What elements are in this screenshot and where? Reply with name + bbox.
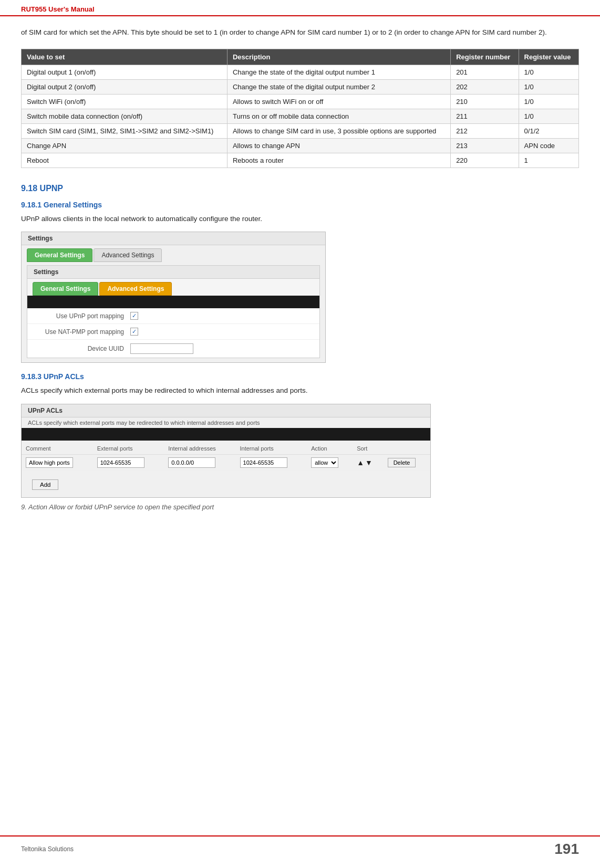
table-cell-4-3: 0/1/2 (519, 123, 578, 138)
nat-label: Use NAT-PMP port mapping (36, 328, 130, 336)
form-row-nat: Use NAT-PMP port mapping ✓ (27, 324, 319, 340)
subsection-9181-heading: 9.18.1 General Settings (21, 201, 579, 209)
manual-title-link[interactable]: RUT955 User's Manual (21, 5, 95, 13)
black-bar-acl (22, 428, 430, 441)
table-cell-3-3: 1/0 (519, 109, 578, 123)
uuid-input[interactable] (130, 343, 193, 354)
subsection-9181-body: UPnP allows clients in the local network… (21, 213, 579, 225)
table-row: allow deny ▲ ▼ Delete (22, 454, 430, 470)
table-cell-3-0: Switch mobile data connection (on/off) (22, 109, 227, 123)
table-cell-5-3: APN code (519, 138, 578, 153)
col-header-register-val: Register value (519, 49, 578, 65)
tab-advanced-inner[interactable]: Advanced Settings (99, 282, 172, 296)
table-cell-1-2: 202 (451, 79, 519, 94)
table-cell-4-0: Switch SIM card (SIM1, SIM2, SIM1->SIM2 … (22, 123, 227, 138)
table-row: Switch SIM card (SIM1, SIM2, SIM1->SIM2 … (22, 123, 579, 138)
acl-col-external: External ports (93, 443, 164, 455)
table-cell-4-2: 212 (451, 123, 519, 138)
inner-settings-box: Settings General Settings Advanced Setti… (27, 265, 320, 358)
inner-tabs: General Settings Advanced Settings (27, 279, 319, 296)
tab-advanced-outer[interactable]: Advanced Settings (94, 248, 162, 262)
table-row: RebootReboots a router2201 (22, 153, 579, 168)
table-cell-5-2: 213 (451, 138, 519, 153)
acl-col-comment: Comment (22, 443, 93, 455)
acl-title: UPnP ACLs (22, 404, 430, 417)
subsection-9183-heading: 9.18.3 UPnP ACLs (21, 372, 579, 381)
table-row: Switch WiFi (on/off)Allows to switch WiF… (22, 94, 579, 109)
table-cell-2-1: Allows to switch WiFi on or off (227, 94, 450, 109)
external-ports-input[interactable] (97, 457, 144, 468)
black-bar-1 (27, 296, 319, 308)
table-cell-1-1: Change the state of the digital output n… (227, 79, 450, 94)
acl-col-sort: Sort (353, 443, 384, 455)
settings-screenshot-outer: Settings General Settings Advanced Setti… (21, 232, 326, 363)
acl-col-internal-ports: Internal ports (236, 443, 307, 455)
col-header-description: Description (227, 49, 450, 65)
acl-col-action: Action (307, 443, 353, 455)
cutoff-text: 9. Action Allow or forbid UPnP service t… (21, 503, 579, 511)
table-cell-1-3: 1/0 (519, 79, 578, 94)
table-cell-2-3: 1/0 (519, 94, 578, 109)
acl-row-comment (22, 454, 93, 470)
page-header: RUT955 User's Manual (0, 0, 600, 16)
outer-tabs: General Settings Advanced Settings (22, 245, 325, 262)
acl-row-sort: ▲ ▼ (353, 454, 384, 470)
table-cell-6-3: 1 (519, 153, 578, 168)
sort-up-icon[interactable]: ▲ (357, 458, 364, 467)
table-cell-1-0: Digital output 2 (on/off) (22, 79, 227, 94)
table-cell-3-2: 211 (451, 109, 519, 123)
tab-general-inner[interactable]: General Settings (33, 282, 98, 296)
acl-col-delete-spacer (384, 443, 430, 455)
main-content: of SIM card for which set the APN. This … (0, 16, 600, 542)
table-cell-0-3: 1/0 (519, 65, 578, 79)
subsection-9183-body: ACLs specify which external ports may be… (21, 385, 579, 396)
table-cell-6-2: 220 (451, 153, 519, 168)
table-cell-2-0: Switch WiFi (on/off) (22, 94, 227, 109)
table-row: Digital output 1 (on/off)Change the stat… (22, 65, 579, 79)
acl-subtitle: ACLs specify which external ports may be… (22, 417, 430, 428)
acl-row-internal-ports (236, 454, 307, 470)
table-cell-2-2: 210 (451, 94, 519, 109)
add-button[interactable]: Add (32, 479, 58, 490)
table-cell-0-1: Change the state of the digital output n… (227, 65, 450, 79)
uuid-label: Device UUID (36, 345, 130, 352)
settings-title-outer: Settings (22, 232, 325, 245)
table-cell-5-1: Allows to change APN (227, 138, 450, 153)
comment-input[interactable] (26, 457, 73, 468)
col-header-value: Value to set (22, 49, 227, 65)
acl-row-external-ports (93, 454, 164, 470)
sort-down-icon[interactable]: ▼ (365, 458, 373, 467)
table-cell-6-1: Reboots a router (227, 153, 450, 168)
sort-buttons: ▲ ▼ (357, 458, 373, 467)
tab-general-outer[interactable]: General Settings (27, 248, 92, 262)
register-table: Value to set Description Register number… (21, 49, 579, 168)
page-footer: Teltonika Solutions 191 (0, 835, 600, 857)
table-cell-6-0: Reboot (22, 153, 227, 168)
upnp-label: Use UPnP port mapping (36, 312, 130, 320)
action-select[interactable]: allow deny (311, 457, 338, 468)
form-row-uuid: Device UUID (27, 340, 319, 358)
col-header-register-num: Register number (451, 49, 519, 65)
acl-row-delete: Delete (384, 454, 430, 470)
footer-page: 191 (554, 841, 579, 857)
section-918-heading: 9.18 UPNP (21, 184, 579, 193)
acl-col-internal-addr: Internal addresses (164, 443, 235, 455)
table-row: Digital output 2 (on/off)Change the stat… (22, 79, 579, 94)
table-cell-5-0: Change APN (22, 138, 227, 153)
internal-addr-input[interactable] (168, 457, 215, 468)
table-cell-0-2: 201 (451, 65, 519, 79)
nat-checkbox[interactable]: ✓ (130, 328, 138, 336)
table-row: Change APNAllows to change APN213APN cod… (22, 138, 579, 153)
table-cell-0-0: Digital output 1 (on/off) (22, 65, 227, 79)
internal-ports-input[interactable] (240, 457, 287, 468)
settings-title-inner: Settings (27, 266, 319, 279)
table-cell-4-1: Allows to change SIM card in use, 3 poss… (227, 123, 450, 138)
footer-company: Teltonika Solutions (21, 845, 74, 853)
intro-paragraph: of SIM card for which set the APN. This … (21, 27, 579, 38)
acl-screenshot: UPnP ACLs ACLs specify which external po… (21, 404, 431, 498)
acl-row-action: allow deny (307, 454, 353, 470)
table-cell-3-1: Turns on or off mobile data connection (227, 109, 450, 123)
delete-button[interactable]: Delete (388, 458, 416, 467)
form-row-upnp: Use UPnP port mapping ✓ (27, 308, 319, 324)
upnp-checkbox[interactable]: ✓ (130, 312, 138, 320)
